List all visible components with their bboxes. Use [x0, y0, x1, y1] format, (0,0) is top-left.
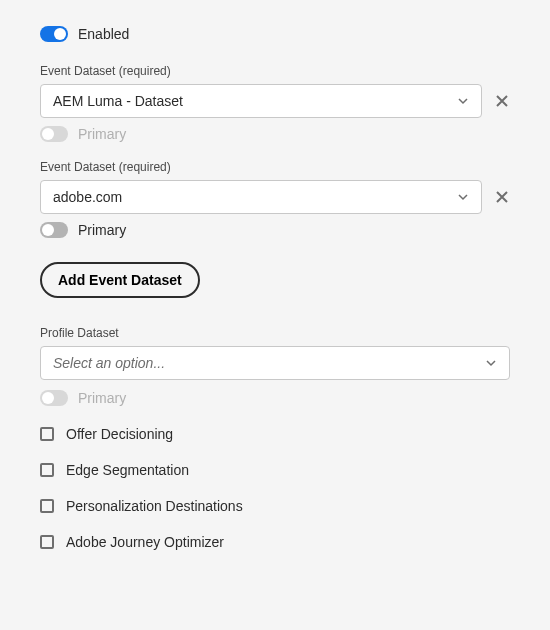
- profile-dataset-label: Profile Dataset: [40, 326, 510, 340]
- primary-toggle-1[interactable]: [40, 222, 68, 238]
- enabled-label: Enabled: [78, 26, 129, 42]
- add-event-dataset-button[interactable]: Add Event Dataset: [40, 262, 200, 298]
- toggle-knob: [42, 128, 54, 140]
- profile-dataset-select[interactable]: Select an option...: [40, 346, 510, 380]
- primary-toggle-0: [40, 126, 68, 142]
- profile-primary-toggle: [40, 390, 68, 406]
- edge-segmentation-checkbox[interactable]: [40, 463, 54, 477]
- remove-event-dataset-0[interactable]: [494, 93, 510, 109]
- select-value: adobe.com: [53, 189, 122, 205]
- enabled-toggle[interactable]: [40, 26, 68, 42]
- checkbox-label: Adobe Journey Optimizer: [66, 534, 224, 550]
- toggle-knob: [42, 224, 54, 236]
- personalization-destinations-checkbox[interactable]: [40, 499, 54, 513]
- event-dataset-label: Event Dataset (required): [40, 160, 510, 174]
- checkbox-label: Personalization Destinations: [66, 498, 243, 514]
- event-dataset-select-1[interactable]: adobe.com: [40, 180, 482, 214]
- toggle-knob: [54, 28, 66, 40]
- chevron-down-icon: [457, 95, 469, 107]
- checkbox-label: Offer Decisioning: [66, 426, 173, 442]
- profile-primary-label: Primary: [78, 390, 126, 406]
- remove-event-dataset-1[interactable]: [494, 189, 510, 205]
- event-dataset-label: Event Dataset (required): [40, 64, 510, 78]
- chevron-down-icon: [485, 357, 497, 369]
- toggle-knob: [42, 392, 54, 404]
- offer-decisioning-checkbox[interactable]: [40, 427, 54, 441]
- primary-label-1: Primary: [78, 222, 126, 238]
- event-dataset-select-0[interactable]: AEM Luma - Dataset: [40, 84, 482, 118]
- adobe-journey-optimizer-checkbox[interactable]: [40, 535, 54, 549]
- chevron-down-icon: [457, 191, 469, 203]
- checkbox-label: Edge Segmentation: [66, 462, 189, 478]
- select-value: AEM Luma - Dataset: [53, 93, 183, 109]
- primary-label-0: Primary: [78, 126, 126, 142]
- select-placeholder: Select an option...: [53, 355, 165, 371]
